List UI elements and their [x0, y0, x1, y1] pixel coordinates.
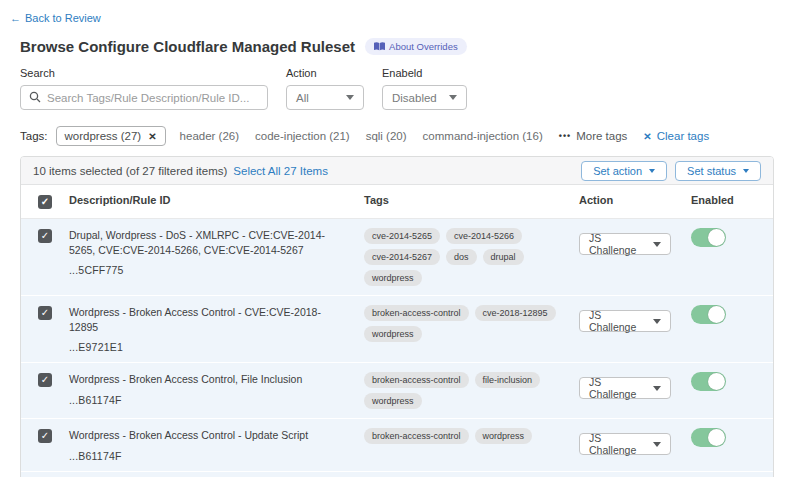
table-row: ✓Wordpress - Broken Access Control, File…: [21, 363, 773, 419]
filters-bar: Search Action All Enabeld Disabled: [20, 67, 774, 110]
rule-action-value: JS Challenge: [589, 376, 645, 400]
tag-pill: broken-access-control: [364, 305, 469, 321]
rules-table: 10 items selected (of 27 filtered items)…: [20, 156, 774, 477]
tag-pill: wordpress: [364, 270, 422, 286]
bulk-action-buttons: Set action Set status: [581, 161, 761, 181]
rule-tags: broken-access-controlcve-2018-12895wordp…: [364, 305, 579, 353]
chevron-down-icon: [653, 319, 661, 324]
rule-tags: broken-access-controlwordpress: [364, 428, 579, 461]
tag-pill: cve-2014-5265: [364, 228, 440, 244]
rule-action-select[interactable]: JS Challenge: [579, 233, 671, 255]
remove-tag-icon[interactable]: ✕: [148, 131, 156, 142]
row-checkbox[interactable]: ✓: [38, 229, 52, 243]
rule-enabled-toggle[interactable]: [691, 372, 726, 391]
chevron-down-icon: [653, 242, 661, 247]
about-overrides-label: About Overrides: [389, 41, 458, 52]
action-filter-label: Action: [286, 67, 364, 79]
set-status-button[interactable]: Set status: [675, 161, 761, 181]
toggle-knob: [708, 429, 725, 446]
more-tags-button[interactable]: ••• More tags: [559, 130, 628, 142]
page-title: Browse Configure Cloudflare Managed Rule…: [20, 38, 355, 55]
tag-pill: broken-access-control: [364, 372, 469, 388]
selected-tag-chip[interactable]: wordpress (27) ✕: [56, 126, 166, 146]
rule-action-select[interactable]: JS Challenge: [579, 433, 671, 455]
back-link-label: Back to Review: [25, 12, 101, 24]
rule-id: ...B61174F: [69, 394, 350, 406]
rule-action-value: JS Challenge: [589, 232, 645, 256]
back-arrow-icon: ←: [10, 12, 21, 24]
book-icon: [374, 42, 385, 51]
toggle-knob: [708, 373, 725, 390]
enabled-filter-label: Enabeld: [382, 67, 467, 79]
tag-pill: wordpress: [475, 428, 533, 444]
search-box[interactable]: [20, 85, 268, 110]
rule-description: Wordpress - Broken Access Control, File …: [69, 372, 350, 387]
table-row: ✓Wordpress - Broken Access Control - CVE…: [21, 296, 773, 363]
back-link[interactable]: ← Back to Review: [10, 12, 101, 24]
set-status-label: Set status: [687, 165, 736, 177]
select-all-link[interactable]: Select All 27 Items: [233, 165, 328, 177]
enabled-filter: Enabeld Disabled: [382, 67, 467, 110]
row-checkbox[interactable]: ✓: [38, 429, 52, 443]
tags-bar: Tags: wordpress (27) ✕ header (26)code-i…: [20, 126, 774, 146]
rule-enabled-toggle[interactable]: [691, 428, 726, 447]
table-row: ✓Drupal, Wordpress - DoS - XMLRPC - CVE:…: [21, 219, 773, 296]
about-overrides-badge[interactable]: About Overrides: [365, 38, 467, 55]
chevron-down-icon: [346, 95, 354, 100]
rule-action-value: JS Challenge: [589, 309, 645, 333]
tag-pill: wordpress: [364, 393, 422, 409]
enabled-filter-select[interactable]: Disabled: [382, 85, 467, 110]
tags-label: Tags:: [20, 130, 48, 142]
tag-pill: cve-2014-5267: [364, 249, 440, 265]
rule-action-select[interactable]: JS Challenge: [579, 377, 671, 399]
table-row: ✓Wordpress - Broken Access Control - Upd…: [21, 419, 773, 471]
rule-description: Wordpress - Broken Access Control - Upda…: [69, 428, 350, 443]
search-filter: Search: [20, 67, 268, 110]
set-action-button[interactable]: Set action: [581, 161, 667, 181]
tag-pill: cve-2014-5266: [446, 228, 522, 244]
rule-tags: broken-access-controlfile-inclusionwordp…: [364, 372, 579, 409]
tag-pill: file-inclusion: [475, 372, 541, 388]
tag-option[interactable]: sqli (20): [366, 130, 407, 142]
selection-summary: 10 items selected (of 27 filtered items): [33, 165, 227, 177]
rule-enabled-toggle[interactable]: [691, 228, 726, 247]
selected-tag-label: wordpress (27): [65, 130, 142, 142]
rule-id: ...B61174F: [69, 450, 350, 462]
search-icon: [29, 89, 41, 107]
search-label: Search: [20, 67, 268, 79]
chevron-down-icon: [449, 95, 457, 100]
action-filter: Action All: [286, 67, 364, 110]
tag-pill: drupal: [483, 249, 524, 265]
rule-description: Wordpress - Broken Access Control - CVE:…: [69, 305, 350, 335]
rule-action-value: JS Challenge: [589, 432, 645, 456]
search-input[interactable]: [47, 92, 259, 104]
row-checkbox[interactable]: ✓: [38, 306, 52, 320]
tag-option[interactable]: command-injection (16): [423, 130, 543, 142]
tag-option[interactable]: header (26): [180, 130, 239, 142]
column-header-description: Description/Rule ID: [69, 194, 364, 209]
tag-pill: broken-access-control: [364, 428, 469, 444]
tag-option[interactable]: code-injection (21): [255, 130, 350, 142]
column-header-tags: Tags: [364, 194, 579, 209]
rule-tags: cve-2014-5265cve-2014-5266cve-2014-5267d…: [364, 228, 579, 286]
action-filter-select[interactable]: All: [286, 85, 364, 110]
more-tags-label: More tags: [576, 130, 627, 142]
clear-tags-icon: ✕: [643, 131, 651, 142]
row-checkbox[interactable]: ✓: [38, 373, 52, 387]
chevron-down-icon: [653, 386, 661, 391]
toggle-knob: [708, 229, 725, 246]
tag-pill: dos: [446, 249, 477, 265]
chevron-down-icon: [743, 169, 749, 173]
table-row: ✓Wordpress - Code Injection, File Inclus…: [21, 472, 773, 477]
tag-pill: cve-2018-12895: [475, 305, 556, 321]
table-header-row: ✓ Description/Rule ID Tags Action Enable…: [21, 185, 773, 219]
clear-tags-button[interactable]: ✕ Clear tags: [643, 130, 709, 142]
page: ← Back to Review Browse Configure Cloudf…: [0, 0, 794, 477]
select-all-checkbox[interactable]: ✓: [38, 195, 52, 209]
column-header-action: Action: [579, 194, 691, 209]
rule-action-select[interactable]: JS Challenge: [579, 310, 671, 332]
table-body: ✓Drupal, Wordpress - DoS - XMLRPC - CVE:…: [21, 219, 773, 477]
chevron-down-icon: [653, 442, 661, 447]
rule-enabled-toggle[interactable]: [691, 305, 726, 324]
ellipsis-icon: •••: [559, 131, 571, 141]
